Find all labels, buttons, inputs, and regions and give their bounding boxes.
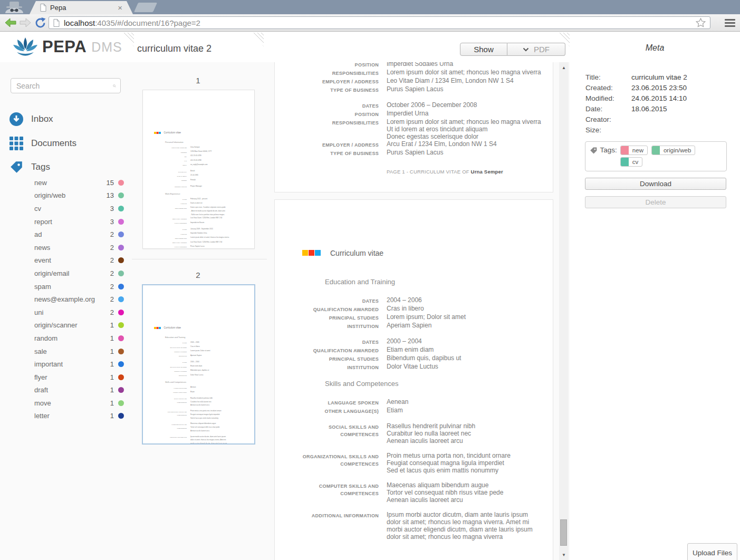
cv-field-label: TYPE OF BUSINESS — [275, 149, 379, 157]
cv-field-label: DATES — [143, 360, 187, 364]
cv-value-line: February 2012 - present — [190, 197, 207, 200]
document-tags-box[interactable]: Tags: neworigin/webcv — [585, 141, 727, 171]
sidebar-tag-item[interactable]: letter1 — [0, 410, 132, 423]
cv-value-line: Ipsum morbi auctor dicutm, diam ante lau… — [190, 435, 227, 438]
cv-section-heading: Skills and Competences — [325, 380, 553, 388]
sidebar-tag-item[interactable]: origin/web13 — [0, 189, 132, 202]
cv-value-line: Leo Vitae Diam / 1234 Elm, London NW 1 S… — [387, 77, 514, 84]
tag-count: 13 — [104, 191, 114, 199]
sidebar-tag-item[interactable]: event2 — [0, 254, 132, 267]
new-tab-button[interactable] — [134, 3, 157, 12]
sidebar-tag-item[interactable]: draft1 — [0, 384, 132, 397]
sidebar-tag-item[interactable]: report3 — [0, 215, 132, 228]
cv-field-value: Rasellus hendrerit pulvinar nibhCurabitu… — [387, 422, 475, 445]
sidebar-tag-item[interactable]: news2 — [0, 241, 132, 254]
cv-field-value: Etiam — [190, 390, 195, 394]
cv-row: EMPLOYER / ADDRESSLeo Vitae Diam / 1234 … — [143, 216, 254, 220]
cv-value-line: Purus Sapien Lacus — [387, 85, 443, 93]
cv-row: QUALIFICATION AWARDEDCras in libero — [275, 305, 553, 313]
url-bar[interactable]: localhost:4035/#/document/16?page=2 — [49, 16, 710, 29]
scrollbar-thumb[interactable] — [560, 519, 567, 546]
tag-count: 1 — [104, 360, 114, 368]
browser-tab[interactable]: Pepa × — [30, 1, 133, 14]
cv-row: SOCIAL SKILLS AND COMPETENCESRasellus he… — [275, 422, 553, 445]
cv-value-line: Project Manager — [190, 185, 202, 188]
cv-field-label: POSITION — [143, 231, 187, 236]
page-thumbnail-2-selected[interactable]: Curriculum vitaeEducation and TrainingDA… — [142, 284, 255, 445]
sidebar-tag-item[interactable]: origin/email2 — [0, 267, 132, 280]
document-scrollbar[interactable]: ▲ ▼ — [559, 62, 569, 560]
browser-menu-icon[interactable] — [725, 19, 735, 27]
tag-label: news — [34, 244, 104, 252]
search-input[interactable] — [15, 81, 113, 91]
tag-badge[interactable]: origin/web — [651, 146, 695, 155]
bookmark-star-icon[interactable] — [696, 18, 706, 27]
cv-value-line: British — [190, 169, 195, 173]
sidebar-tag-item[interactable]: ad2 — [0, 228, 132, 241]
cv-row: POSITIONImperdiet Urna — [275, 110, 553, 118]
forward-button[interactable] — [20, 18, 31, 27]
sidebar-tag-item[interactable]: important1 — [0, 358, 132, 371]
thumbnail-page-content: Curriculum vitaePersonal InformationFIRS… — [143, 130, 254, 249]
cv-field-value: Dolor Vitae Luctus — [190, 373, 203, 377]
cv-rows: FIRST NAME / SURNAMEUrna SemperADDRESS12… — [143, 146, 254, 189]
sidebar-item-inbox[interactable]: Inbox — [9, 112, 53, 127]
main-content: Inbox Documents Tags new15origin/web13cv… — [0, 62, 740, 560]
sidebar-tag-item[interactable]: cv3 — [0, 202, 132, 215]
tab-close-icon[interactable]: × — [118, 4, 122, 12]
cv-row: FIRST NAME / SURNAMEUrna Semper — [143, 146, 254, 150]
logo-square — [157, 327, 159, 329]
cv-value-line: Sed et lacus quis enim mattis nonummy — [190, 416, 222, 420]
download-button[interactable]: Download — [585, 178, 726, 190]
cv-field-value: Imperdiet Sodales Urna — [190, 231, 207, 236]
cv-field-label: INSTITUTION — [275, 363, 379, 371]
reload-button[interactable] — [35, 17, 46, 28]
cv-rows: POSITIONImperdiet Sodales UrnaRESPONSIBI… — [275, 62, 553, 157]
sidebar-tag-item[interactable]: spam2 — [0, 280, 132, 293]
cv-field-value: Aperiam Sapien — [190, 353, 201, 358]
tag-badge[interactable]: new — [620, 146, 648, 155]
tag-label: important — [34, 360, 104, 368]
sidebar-tag-item[interactable]: move1 — [0, 397, 132, 410]
cv-row: RESPONSIBILITIESLorem ipsum dolor sit am… — [275, 118, 553, 140]
sidebar-tag-item[interactable]: random1 — [0, 332, 132, 345]
scroll-down-arrow-icon[interactable]: ▼ — [559, 553, 569, 557]
cv-row: ORGANIZATIONAL SKILLS AND COMPETENCESPro… — [143, 409, 254, 420]
pdf-dropdown-button[interactable]: PDF — [507, 43, 565, 56]
cv-page-footer: PAGE 1 - CURRICULUM VITAE OF Urna Semper — [387, 169, 553, 175]
sidebar-item-tags[interactable]: Tags — [9, 160, 50, 175]
search-box[interactable] — [11, 78, 121, 93]
cv-rows: LANGUAGE SPOKENAeneanOTHER LANGUAGE(S)Et… — [143, 385, 254, 445]
show-button[interactable]: Show — [460, 43, 507, 56]
sidebar-tag-item[interactable]: uni2 — [0, 306, 132, 319]
sidebar-tag-item[interactable]: sale1 — [0, 345, 132, 358]
tag-color-dot — [118, 219, 124, 225]
sidebar-item-documents[interactable]: Documents — [9, 136, 76, 151]
cv-field-value: Lorem ipsum; Dolor sit amet — [190, 349, 210, 353]
sidebar-tag-item[interactable]: new15 — [0, 176, 132, 189]
delete-button[interactable]: Delete — [585, 196, 726, 208]
cv-value-line: Imperdiet mi Earum — [190, 220, 204, 224]
cv-value-line: Cras in libero — [190, 345, 200, 349]
cv-field-value: Aenean — [190, 385, 196, 390]
cv-row: POSITIONImperdiet Sodales Urna — [275, 62, 553, 69]
cv-field-label: GENDER — [143, 178, 187, 182]
scroll-up-arrow-icon[interactable]: ▲ — [559, 65, 569, 70]
sidebar-tag-item[interactable]: origin/scanner1 — [0, 319, 132, 332]
back-button[interactable] — [5, 18, 16, 27]
browser-tab-strip: Pepa × — [0, 0, 740, 14]
upload-files-button[interactable]: Upload Files — [687, 543, 737, 560]
cv-field-value: Aenean — [387, 398, 408, 407]
cv-field-label: OTHER LANGUAGE(S) — [275, 407, 379, 415]
tag-count: 3 — [104, 218, 114, 226]
sidebar-tag-item[interactable]: flyer1 — [0, 371, 132, 384]
cv-field-label: INSTITUTION — [275, 322, 379, 330]
page-thumbnail-1[interactable]: Curriculum vitaePersonal InformationFIRS… — [142, 90, 255, 249]
cv-row: ADDRESS1234 Main Street 00000, CITY — [143, 150, 254, 154]
cv-field-label: QUALIFICATION AWARDED — [275, 346, 379, 354]
sidebar-tag-item[interactable]: news@example.org2 — [0, 293, 132, 306]
tag-badge[interactable]: cv — [620, 157, 643, 167]
logo-square — [302, 250, 308, 256]
url-path: :4035/#/document/16?page=2 — [95, 18, 200, 27]
tag-label: spam — [34, 283, 104, 291]
